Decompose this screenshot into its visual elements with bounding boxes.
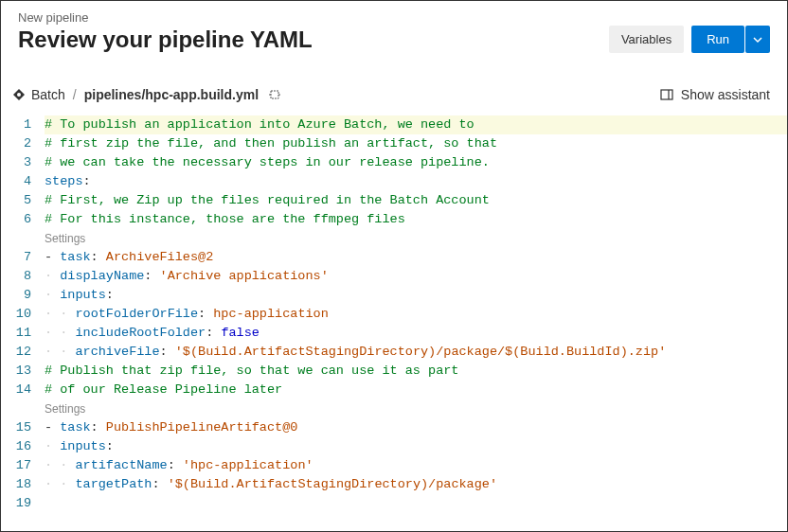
line-number: 18 <box>1 475 31 494</box>
code-line[interactable]: · · archiveFile: '$(Build.ArtifactStagin… <box>45 343 787 362</box>
chevron-down-icon <box>753 35 762 44</box>
code-line[interactable]: - task: PublishPipelineArtifact@0 <box>45 418 787 437</box>
code-line[interactable]: # First, we Zip up the files required in… <box>45 191 787 210</box>
line-number: 6 <box>1 210 31 229</box>
code-line[interactable]: · · includeRootFolder: false <box>45 324 787 343</box>
line-number: 9 <box>1 286 31 305</box>
variables-button[interactable]: Variables <box>609 26 684 53</box>
code-line[interactable]: · inputs: <box>45 286 787 305</box>
show-assistant-label: Show assistant <box>681 87 770 102</box>
line-number: 4 <box>1 172 31 191</box>
repo-name[interactable]: Batch <box>31 87 65 102</box>
svg-point-0 <box>17 93 21 97</box>
task-settings-link[interactable]: Settings <box>45 229 787 248</box>
run-dropdown-button[interactable] <box>745 26 770 53</box>
line-gutter: 1 2 3 4 5 6 7 8 9 10 11 12 13 14 15 16 1… <box>1 115 45 513</box>
line-number: 14 <box>1 381 31 399</box>
breadcrumb: New pipeline <box>18 10 313 25</box>
page-title: Review your pipeline YAML <box>18 27 313 53</box>
line-number: 10 <box>1 305 31 324</box>
code-line[interactable]: - task: ArchiveFiles@2 <box>45 248 787 267</box>
edit-path-icon[interactable] <box>268 88 281 101</box>
code-line[interactable]: · displayName: 'Archive applications' <box>45 267 787 286</box>
code-line[interactable]: # we can take the necessary steps in our… <box>45 153 787 172</box>
line-number: 3 <box>1 153 31 172</box>
page-header: New pipeline Review your pipeline YAML V… <box>1 1 787 61</box>
code-line[interactable]: # To publish an application into Azure B… <box>45 115 787 134</box>
show-assistant-button[interactable]: Show assistant <box>660 87 770 102</box>
code-line[interactable]: # first zip the file, and then publish a… <box>45 134 787 153</box>
repo-icon <box>12 88 26 101</box>
code-line[interactable]: # For this instance, those are the ffmpe… <box>45 210 787 229</box>
code-area[interactable]: # To publish an application into Azure B… <box>45 115 787 513</box>
line-number: 16 <box>1 437 31 456</box>
line-number: 11 <box>1 324 31 343</box>
line-number: 2 <box>1 134 31 153</box>
line-number: 17 <box>1 456 31 475</box>
header-actions: Variables Run <box>609 26 770 53</box>
line-number: 15 <box>1 418 31 437</box>
line-number: 7 <box>1 248 31 267</box>
code-line[interactable]: · · artifactName: 'hpc-application' <box>45 456 787 475</box>
task-settings-link[interactable]: Settings <box>45 399 787 418</box>
code-line[interactable]: steps: <box>45 172 787 191</box>
line-number: 5 <box>1 191 31 210</box>
line-number: 19 <box>1 494 31 513</box>
code-line[interactable] <box>45 494 787 513</box>
code-line[interactable]: # Publish that zip file, so that we can … <box>45 362 787 381</box>
file-path[interactable]: pipelines/hpc-app.build.yml <box>84 87 259 102</box>
svg-rect-1 <box>271 91 278 98</box>
path-separator: / <box>73 87 77 102</box>
code-line[interactable]: # of our Release Pipeline later <box>45 381 787 399</box>
code-line[interactable]: · inputs: <box>45 437 787 456</box>
line-number: 13 <box>1 362 31 381</box>
svg-rect-2 <box>661 90 672 99</box>
run-button-group: Run <box>691 26 770 53</box>
line-number: 8 <box>1 267 31 286</box>
line-number: 1 <box>1 115 31 134</box>
line-number: 12 <box>1 343 31 362</box>
run-button[interactable]: Run <box>691 26 744 53</box>
yaml-editor[interactable]: 1 2 3 4 5 6 7 8 9 10 11 12 13 14 15 16 1… <box>1 112 787 513</box>
code-line[interactable]: · · targetPath: '$(Build.ArtifactStaging… <box>45 475 787 494</box>
file-bar-left: Batch / pipelines/hpc-app.build.yml <box>12 87 281 102</box>
panel-icon <box>660 88 673 101</box>
header-left: New pipeline Review your pipeline YAML <box>18 10 313 53</box>
file-bar: Batch / pipelines/hpc-app.build.yml Show… <box>1 61 787 112</box>
code-line[interactable]: · · rootFolderOrFile: hpc-application <box>45 305 787 324</box>
